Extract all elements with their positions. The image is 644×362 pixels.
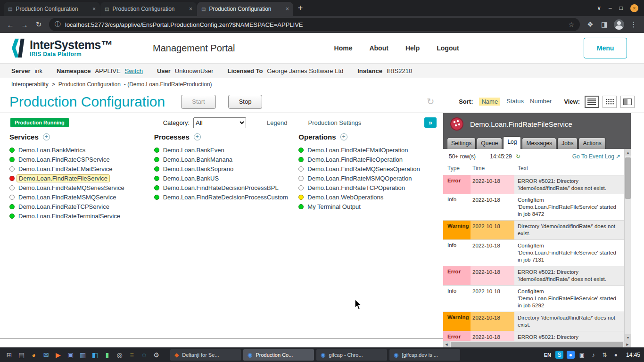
screenshot-icon[interactable]: ◎	[114, 349, 125, 361]
office-icon[interactable]: ▣	[65, 349, 76, 361]
scroll-up-icon[interactable]: ▲	[625, 149, 631, 156]
breadcrumb-interoperability[interactable]: Interoperability	[11, 81, 49, 88]
config-item[interactable]: Demo.Loan.FindRateDecisionProcessBPL	[154, 183, 299, 192]
code-editor-icon[interactable]: ◧	[90, 349, 100, 361]
panel-tab-messages[interactable]: Messages	[522, 138, 556, 149]
config-item[interactable]: Demo.Loan.BankEven	[154, 145, 299, 155]
config-item[interactable]: Demo.Loan.FindRateEMailOperation	[298, 145, 443, 155]
minimize-icon[interactable]: –	[609, 5, 612, 11]
log-row[interactable]: Warning2022-10-1814:45:15.008Directory '…	[443, 221, 624, 240]
config-item[interactable]: Demo.Loan.FindRateCSPService	[9, 155, 154, 164]
config-item[interactable]: Demo.Loan.FindRateFileService	[9, 173, 154, 183]
start-button[interactable]: Start	[181, 95, 215, 109]
log-row[interactable]: Info2022-10-1814:41:31.092ConfigItem 'De…	[443, 240, 624, 266]
panel-tab-log[interactable]: Log	[503, 136, 521, 149]
config-item[interactable]: Demo.Loan.FindRateTCPOperation	[298, 183, 443, 192]
config-item[interactable]: Demo.Loan.BankManana	[154, 155, 299, 164]
browser-tab[interactable]: ▤Production Configuration×	[100, 2, 197, 16]
config-item[interactable]: Demo.Loan.FindRateMSMQService	[9, 192, 154, 202]
reload-icon[interactable]: ↻	[32, 18, 45, 31]
nav-home[interactable]: Home	[334, 44, 353, 52]
config-item[interactable]: Demo.Loan.BankUS	[154, 173, 299, 183]
legend-link[interactable]: Legend	[267, 119, 287, 126]
panel-tab-jobs[interactable]: Jobs	[557, 138, 578, 149]
taskbar-window-button[interactable]: ◉Production Co...	[243, 349, 314, 361]
view-grid-icon[interactable]	[603, 96, 617, 108]
add-item-icon[interactable]: +	[340, 133, 347, 140]
maximize-icon[interactable]: □	[619, 5, 623, 11]
close-icon[interactable]: ×	[630, 4, 638, 12]
menu-button[interactable]: Menu	[584, 38, 627, 58]
firefox-icon[interactable]: ◕	[28, 349, 39, 361]
config-item[interactable]: Demo.Loan.FindRateMQSeriesOperation	[298, 164, 443, 173]
tab-close-icon[interactable]: ×	[92, 6, 96, 12]
go-to-event-log-link[interactable]: Go To Event Log ↗	[572, 153, 620, 160]
back-icon[interactable]: ←	[4, 18, 17, 31]
panel-vertical-scrollbar[interactable]: ▲ ▼	[624, 149, 631, 341]
log-refresh-icon[interactable]: ↻	[516, 153, 520, 160]
taskbar-window-button[interactable]: ◆Deltanji for Se...	[170, 349, 241, 361]
view-split-icon[interactable]	[620, 96, 635, 108]
log-row[interactable]: Error2022-10-18ERROR #5021: Directory '/…	[443, 331, 624, 341]
address-bar[interactable]: ⓘ localhost:52773/csp/applive/EnsPortal.…	[49, 18, 580, 31]
config-item[interactable]: Demo.Loan.FindRateEMailService	[9, 164, 154, 173]
production-settings-link[interactable]: Production Settings	[308, 119, 361, 126]
browser-menu-icon[interactable]: ⋮	[627, 18, 640, 31]
side-panel-icon[interactable]: ◨	[598, 18, 611, 31]
chat-icon[interactable]: ◌	[139, 349, 149, 361]
url-text[interactable]: localhost:52773/csp/applive/EnsPortal.Pr…	[65, 21, 564, 28]
notifications-icon[interactable]: ●	[612, 351, 620, 359]
panel-horizontal-scrollbar[interactable]: ◀ ▶	[443, 341, 631, 347]
extensions-icon[interactable]: ❖	[584, 18, 597, 31]
config-item[interactable]: Demo.Loan.FindRateFileOperation	[298, 155, 443, 164]
scroll-down-icon[interactable]: ▼	[625, 334, 631, 341]
sort-option-status[interactable]: Status	[506, 98, 524, 106]
new-tab-button[interactable]: +	[294, 1, 307, 15]
volume-icon[interactable]: ♪	[589, 351, 597, 359]
tab-close-icon[interactable]: ×	[286, 6, 289, 12]
terminal-icon[interactable]: ▮	[102, 349, 113, 361]
language-indicator[interactable]: EN	[544, 352, 551, 358]
log-row[interactable]: Info2022-10-1814:45:15.009ConfigItem 'De…	[443, 194, 624, 221]
log-row[interactable]: Info2022-10-1814:36:57.042ConfigItem 'De…	[443, 286, 624, 312]
config-item[interactable]: Demo.Loan.FindRateTCPService	[9, 202, 154, 211]
browser-tab[interactable]: ▤Production Configuration×	[4, 2, 100, 16]
files-icon[interactable]: ▥	[77, 349, 88, 361]
log-row[interactable]: Error2022-10-1814:36:57.043ERROR #5021: …	[443, 266, 624, 286]
app-menu-icon[interactable]: ⊞	[4, 349, 15, 361]
config-item[interactable]: Demo.Loan.FindRateTerminalService	[9, 211, 154, 221]
horizontal-scroll-thumb[interactable]	[451, 342, 623, 347]
network-icon[interactable]: ⇅	[601, 351, 609, 359]
chevron-down-icon[interactable]: ∨	[597, 5, 601, 11]
add-item-icon[interactable]: +	[194, 133, 201, 140]
sort-option-name[interactable]: Name	[479, 98, 500, 106]
taskbar-window-button[interactable]: ◉[gifcap.dev is ...	[389, 349, 460, 361]
nav-logout[interactable]: Logout	[437, 44, 459, 52]
panel-tab-settings[interactable]: Settings	[447, 138, 476, 149]
forward-icon[interactable]: →	[18, 18, 31, 31]
config-item[interactable]: Demo.Loan.BankMetrics	[9, 145, 154, 155]
sort-option-number[interactable]: Number	[530, 98, 552, 106]
settings-icon[interactable]: ⚙	[151, 349, 162, 361]
screen-share-icon[interactable]: ▣	[578, 351, 586, 359]
category-select[interactable]: All	[193, 117, 246, 128]
config-item[interactable]: Demo.Loan.WebOperations	[298, 192, 443, 202]
scroll-left-icon[interactable]: ◀	[443, 341, 450, 348]
email-icon[interactable]: ✉	[41, 349, 51, 361]
switch-namespace-link[interactable]: Switch	[125, 67, 143, 74]
profile-avatar[interactable]	[614, 19, 624, 30]
media-player-icon[interactable]: ▶	[53, 349, 64, 361]
bookmark-star-icon[interactable]: ☆	[568, 21, 574, 28]
add-item-icon[interactable]: +	[43, 133, 50, 140]
site-info-icon[interactable]: ⓘ	[55, 20, 61, 29]
scroll-right-icon[interactable]: ▶	[624, 341, 631, 348]
nav-help[interactable]: Help	[405, 44, 420, 52]
file-manager-icon[interactable]: ▤	[16, 349, 27, 361]
panel-tab-queue[interactable]: Queue	[477, 138, 502, 149]
log-row[interactable]: Warning2022-10-1814:36:57.041Directory '…	[443, 312, 624, 331]
vertical-scroll-thumb[interactable]	[625, 157, 631, 199]
taskbar-window-button[interactable]: ◉gifcap - Chro...	[316, 349, 387, 361]
config-item[interactable]: Demo.Loan.BankSoprano	[154, 164, 299, 173]
view-list-icon[interactable]	[585, 96, 599, 108]
config-item[interactable]: Demo.Loan.FindRateMQSeriesService	[9, 183, 154, 192]
